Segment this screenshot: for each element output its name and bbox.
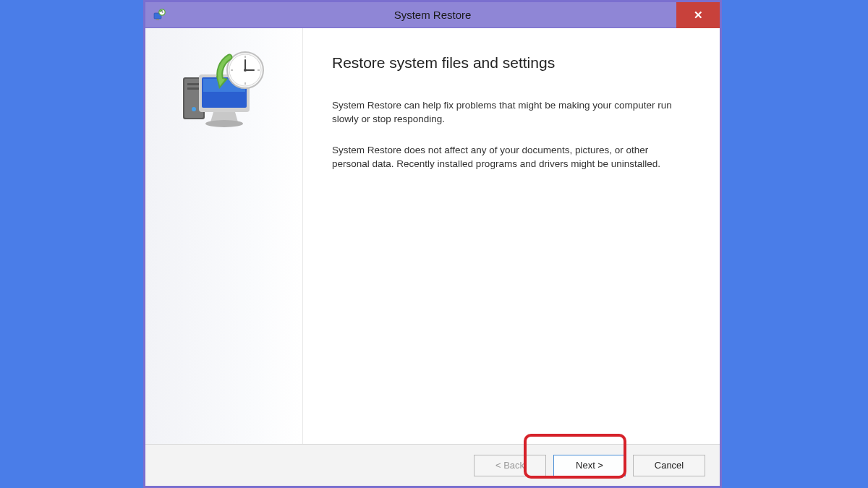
restore-clock-monitor-icon <box>177 50 271 137</box>
svg-point-14 <box>205 120 243 127</box>
wizard-sidebar <box>145 28 303 444</box>
description-paragraph-2: System Restore does not affect any of yo… <box>332 144 679 171</box>
window-title: System Restore <box>145 9 720 21</box>
wizard-main-panel: Restore system files and settings System… <box>303 28 720 444</box>
close-button[interactable]: ✕ <box>676 2 720 28</box>
close-icon: ✕ <box>694 9 703 22</box>
wizard-button-bar: < Back Next > Cancel <box>145 444 720 486</box>
svg-rect-8 <box>187 83 200 85</box>
system-restore-window: System Restore ✕ <box>143 0 722 488</box>
next-button[interactable]: Next > <box>553 455 626 476</box>
svg-rect-9 <box>187 87 200 90</box>
page-heading: Restore system files and settings <box>332 54 691 72</box>
description-paragraph-1: System Restore can help fix problems tha… <box>332 99 679 127</box>
back-button: < Back <box>474 455 546 476</box>
svg-point-10 <box>192 107 196 111</box>
titlebar: System Restore ✕ <box>145 2 720 28</box>
cancel-button[interactable]: Cancel <box>633 455 705 476</box>
system-restore-icon <box>153 9 166 22</box>
svg-rect-1 <box>156 19 159 20</box>
content-area: Restore system files and settings System… <box>145 28 720 444</box>
